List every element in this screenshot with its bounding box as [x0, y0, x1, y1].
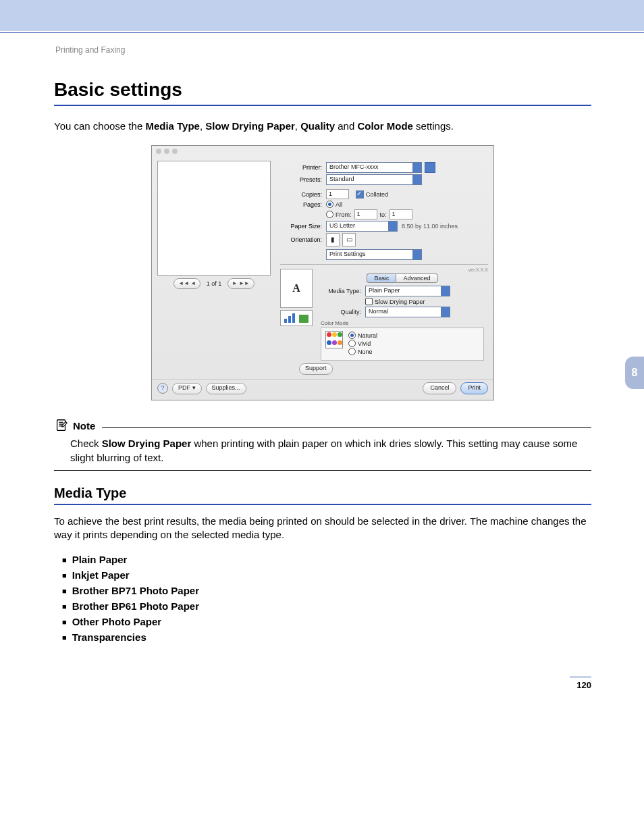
sample-thumb-chart [280, 310, 313, 326]
media-type-paragraph: To achieve the best print results, the m… [54, 515, 591, 542]
help-button[interactable]: ? [157, 383, 168, 394]
pages-to-label: to: [380, 211, 387, 218]
svg-rect-3 [299, 315, 308, 323]
pages-from-label: From: [336, 211, 352, 218]
colormode-group-label: Color Mode [321, 320, 488, 326]
cancel-button[interactable]: Cancel [423, 382, 456, 394]
note-block: Note Check Slow Drying Paper when printi… [54, 418, 591, 471]
orientation-portrait-button[interactable]: ▮ [326, 233, 340, 246]
heading-media-type: Media Type [54, 486, 591, 505]
pages-to-input[interactable]: 1 [390, 209, 412, 219]
pages-label: Pages: [280, 201, 322, 208]
papersize-dimensions: 8.50 by 11.00 inches [402, 223, 458, 230]
quality-select[interactable]: Normal [365, 307, 450, 317]
printer-status-button[interactable] [425, 162, 435, 173]
list-item: Transparencies [62, 631, 591, 643]
driver-version-label: ver.X.X.X [317, 267, 488, 272]
list-item: Brother BP61 Photo Paper [62, 600, 591, 612]
note-icon [54, 418, 69, 433]
list-item: Inkjet Paper [62, 569, 591, 581]
presets-select[interactable]: Standard [326, 174, 422, 185]
colormode-natural-label: Natural [358, 332, 377, 339]
slowdrying-checkbox[interactable] [365, 298, 373, 305]
intro-paragraph: You can choose the Media Type, Slow Dryi… [54, 120, 591, 133]
collated-checkbox[interactable] [356, 190, 364, 199]
note-body: Check Slow Drying Paper when printing wi… [70, 437, 591, 465]
print-dialog-screenshot: ◄◄ ◄ 1 of 1 ► ►► Printer: Brother MFC-xx… [151, 145, 494, 400]
supplies-button[interactable]: Supplies... [206, 383, 246, 394]
settings-panel-select[interactable]: Print Settings [326, 249, 422, 260]
pages-all-label: All [336, 201, 342, 208]
orientation-label: Orientation: [280, 236, 322, 243]
copies-input[interactable]: 1 [326, 189, 349, 199]
orientation-landscape-button[interactable]: ▭ [342, 233, 356, 246]
mediatype-label: Media Type: [317, 288, 361, 294]
pdf-menu-button[interactable]: PDF ▾ [172, 383, 202, 394]
support-button[interactable]: Support [299, 363, 333, 375]
colormode-none-radio[interactable] [348, 348, 356, 355]
papersize-select[interactable]: US Letter [326, 221, 398, 232]
list-item: Other Photo Paper [62, 616, 591, 627]
pages-range-radio[interactable] [326, 211, 333, 218]
colormode-sample-icon [325, 331, 343, 348]
slowdrying-label: Slow Drying Paper [375, 298, 425, 305]
papersize-label: Paper Size: [280, 223, 322, 230]
collated-label: Collated [366, 191, 388, 198]
pages-all-radio[interactable] [326, 201, 333, 208]
pager-next-button[interactable]: ► ►► [227, 278, 254, 289]
sample-thumb-text: A [280, 269, 313, 308]
page-number: 120 [570, 677, 591, 690]
quality-label: Quality: [317, 309, 361, 315]
list-item: Plain Paper [62, 554, 591, 565]
tab-advanced[interactable]: Advanced [396, 273, 437, 283]
colormode-none-label: None [358, 348, 373, 355]
colormode-vivid-radio[interactable] [348, 340, 356, 347]
running-head: Printing and Faxing [55, 45, 591, 55]
tab-basic[interactable]: Basic [367, 273, 396, 283]
colormode-natural-radio[interactable] [348, 332, 356, 339]
note-title: Note [73, 420, 95, 432]
pager-prev-button[interactable]: ◄◄ ◄ [173, 278, 200, 289]
chapter-tab: 8 [625, 357, 644, 389]
list-item: Brother BP71 Photo Paper [62, 585, 591, 596]
svg-rect-0 [284, 319, 287, 323]
media-type-list: Plain Paper Inkjet Paper Brother BP71 Ph… [62, 554, 591, 643]
printer-label: Printer: [280, 164, 322, 171]
presets-label: Presets: [280, 176, 322, 183]
colormode-vivid-label: Vivid [358, 340, 371, 347]
print-preview-pane [157, 161, 271, 276]
copies-label: Copies: [280, 191, 322, 198]
svg-rect-1 [288, 316, 291, 323]
heading-basic-settings: Basic settings [54, 79, 591, 106]
pages-from-input[interactable]: 1 [354, 209, 377, 219]
printer-select[interactable]: Brother MFC-xxxx [326, 162, 422, 173]
mediatype-select[interactable]: Plain Paper [365, 286, 450, 296]
print-button[interactable]: Print [460, 382, 488, 394]
svg-rect-2 [292, 313, 295, 323]
pager-status: 1 of 1 [207, 280, 222, 287]
